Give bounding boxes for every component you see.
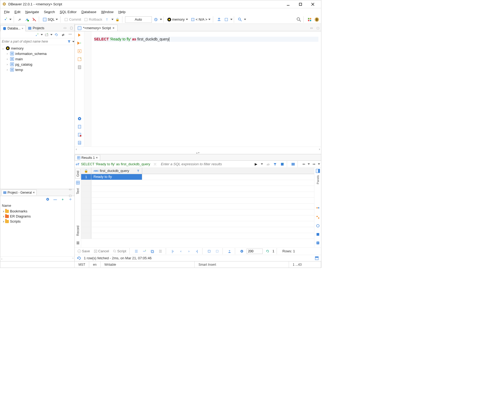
- cancel-button[interactable]: Cancel: [93, 249, 110, 254]
- projects-tab[interactable]: Projects: [26, 25, 46, 31]
- panel-references-icon[interactable]: [315, 231, 321, 238]
- settings-icon[interactable]: [44, 196, 51, 202]
- panel-metadata-icon[interactable]: [315, 240, 321, 246]
- save-button[interactable]: Save: [76, 249, 91, 254]
- explain-button[interactable]: [77, 65, 82, 70]
- dropdown-icon[interactable]: [230, 19, 232, 20]
- dropdown-icon[interactable]: [50, 34, 52, 35]
- connect-button[interactable]: [17, 16, 23, 23]
- dropdown-icon[interactable]: [318, 163, 320, 165]
- menu-search[interactable]: Search: [42, 9, 57, 15]
- database-combo[interactable]: < N/A >: [190, 17, 212, 21]
- dropdown-icon[interactable]: [308, 163, 310, 165]
- record-view-tab[interactable]: Record: [76, 224, 80, 238]
- execute-script-button[interactable]: [77, 48, 82, 54]
- menu-database[interactable]: Database: [79, 9, 99, 15]
- panels-label[interactable]: Panels: [316, 175, 319, 184]
- close-button[interactable]: [307, 0, 319, 8]
- global-search-button[interactable]: [296, 16, 302, 23]
- sql-editor[interactable]: SELECT 'Ready to fly' as first_duckdb_qu…: [84, 31, 321, 147]
- settings-button[interactable]: [77, 116, 82, 121]
- new-connection-button[interactable]: +: [2, 16, 9, 23]
- new-folder-icon[interactable]: +: [43, 32, 50, 38]
- maximize-button[interactable]: [294, 0, 307, 8]
- er-diagrams-item[interactable]: › ER Diagrams: [0, 214, 74, 219]
- filter-icon[interactable]: [66, 38, 72, 45]
- dropdown-icon[interactable]: [41, 34, 43, 35]
- apply-filter-button[interactable]: ▶: [253, 161, 259, 167]
- sql-button[interactable]: SQL: [42, 17, 59, 21]
- disconnect-button[interactable]: [31, 16, 37, 23]
- dropdown-icon[interactable]: [72, 41, 74, 42]
- bookmarks-item[interactable]: › Bookmarks: [0, 209, 74, 214]
- dropdown-icon[interactable]: [160, 19, 162, 20]
- refresh-icon[interactable]: [53, 32, 59, 38]
- menu-file[interactable]: File: [2, 9, 12, 15]
- auto-refresh-icon[interactable]: [206, 248, 212, 254]
- panel-grouping-icon[interactable]: [315, 214, 321, 220]
- database-navigator-tab[interactable]: Databa... ×: [0, 25, 26, 31]
- export-data-icon[interactable]: [226, 248, 233, 254]
- project-tab[interactable]: Project - General ×: [1, 190, 37, 195]
- horizontal-scrollbar[interactable]: ‹›: [0, 256, 74, 261]
- dropdown-icon[interactable]: [244, 19, 246, 20]
- rollback-button[interactable]: Rollback: [83, 17, 103, 21]
- schema-node[interactable]: › temp: [0, 67, 74, 72]
- dropdown-icon[interactable]: [9, 19, 12, 20]
- import-sql-button[interactable]: [77, 132, 82, 137]
- nav-back-icon[interactable]: ⬅: [300, 161, 307, 167]
- column-header[interactable]: ABC first_duckdb_query: [91, 168, 142, 174]
- delete-row-icon[interactable]: [157, 248, 164, 254]
- save-filter-icon[interactable]: +: [279, 161, 285, 167]
- duplicate-row-icon[interactable]: [149, 248, 156, 254]
- minimize-view-icon[interactable]: ▭: [62, 25, 68, 31]
- close-icon[interactable]: ×: [112, 26, 115, 30]
- panels-icon[interactable]: [316, 169, 320, 173]
- settings-icon[interactable]: [239, 248, 245, 254]
- minimize-editor-icon[interactable]: ▭: [308, 25, 315, 31]
- expander-icon[interactable]: ⌄: [1, 47, 5, 50]
- expander-icon[interactable]: ›: [6, 58, 9, 61]
- schema-node[interactable]: › information_schema: [0, 51, 74, 56]
- next-page-icon[interactable]: ›: [186, 248, 192, 254]
- menu-edit[interactable]: Edit: [12, 9, 22, 15]
- reconnect-button[interactable]: [24, 16, 30, 23]
- erase-filter-icon[interactable]: [265, 161, 271, 167]
- close-icon[interactable]: ×: [22, 27, 23, 30]
- filter-input[interactable]: [0, 39, 66, 44]
- schema-node[interactable]: › pg_catalog: [0, 62, 74, 67]
- add-row-icon[interactable]: +: [141, 248, 148, 254]
- view-toggle-icon[interactable]: [75, 240, 81, 246]
- editor-hscroll[interactable]: ‹›: [75, 147, 321, 151]
- grid-corner[interactable]: [81, 168, 91, 174]
- row-number[interactable]: 1: [81, 174, 91, 180]
- menu-window[interactable]: Window: [99, 9, 116, 15]
- text-view-tab[interactable]: Text: [76, 187, 80, 196]
- minimize-button[interactable]: [282, 0, 294, 8]
- link-icon[interactable]: [67, 196, 73, 202]
- menu-navigate[interactable]: Navigate: [23, 9, 41, 15]
- close-icon[interactable]: ×: [33, 191, 35, 194]
- dropdown-icon[interactable]: [261, 163, 263, 165]
- data-row[interactable]: 1 Ready to fly: [81, 174, 314, 180]
- schema-node[interactable]: › main: [0, 56, 74, 62]
- split-handle[interactable]: ▴ ▾: [75, 151, 321, 154]
- dbeaver-icon[interactable]: [314, 16, 320, 23]
- transaction-mode-button[interactable]: T: [104, 16, 111, 23]
- maximize-results-icon[interactable]: [315, 256, 319, 260]
- expander-icon[interactable]: ›: [6, 68, 9, 71]
- refresh-button[interactable]: [264, 248, 271, 254]
- variables-button[interactable]: (x): [77, 140, 82, 145]
- export-button[interactable]: [216, 16, 222, 23]
- filter-icon[interactable]: [272, 161, 278, 167]
- more-icon[interactable]: ᐤᐤᐤ: [67, 32, 73, 38]
- add-icon[interactable]: +: [59, 196, 66, 202]
- connection-combo[interactable]: memory: [166, 17, 189, 21]
- expander-icon[interactable]: ›: [3, 209, 4, 213]
- expander-icon[interactable]: ›: [3, 214, 4, 218]
- refresh-status-icon[interactable]: [77, 256, 81, 260]
- editor-tab[interactable]: *<memory> Script ×: [75, 25, 118, 31]
- new-connection-icon[interactable]: +: [34, 32, 40, 38]
- lock-button[interactable]: [114, 16, 121, 23]
- execute-new-tab-button[interactable]: +: [77, 40, 82, 46]
